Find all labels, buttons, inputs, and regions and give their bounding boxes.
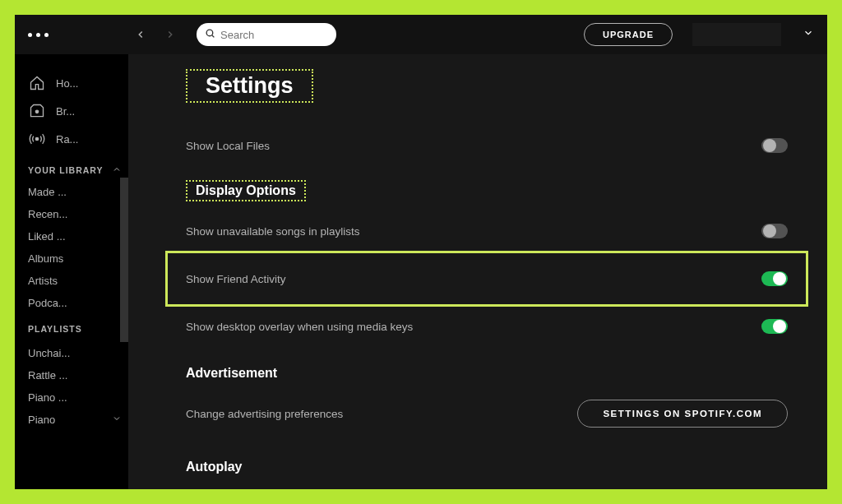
nav-label: Ho...: [56, 77, 78, 90]
nav-radio[interactable]: Ra...: [28, 125, 122, 153]
dot-icon: [28, 33, 32, 37]
spotify-com-settings-button[interactable]: SETTINGS ON SPOTIFY.COM: [577, 400, 788, 428]
settings-panel: Settings Show Local Files Display Option…: [128, 54, 827, 489]
toggle-local-files[interactable]: [761, 138, 788, 153]
svg-point-3: [35, 137, 38, 140]
dot-icon: [44, 33, 49, 37]
display-options-highlight: Display Options: [186, 180, 306, 201]
setting-friend-activity: Show Friend Activity: [186, 253, 788, 304]
section-autoplay: Autoplay: [186, 460, 788, 474]
main-scrollbar[interactable]: [818, 140, 827, 489]
section-display-options: Display Options: [196, 183, 296, 198]
chevron-up-icon[interactable]: [112, 164, 122, 178]
nav-back-button[interactable]: [131, 25, 150, 44]
dot-icon: [36, 33, 40, 37]
playlists-header: PLAYLISTS: [15, 314, 128, 339]
setting-desktop-overlay: Show desktop overlay when using media ke…: [186, 307, 788, 346]
library-header-label: YOUR LIBRARY: [28, 165, 104, 177]
upgrade-button[interactable]: UPGRADE: [584, 23, 673, 46]
toggle-friend-activity[interactable]: [761, 271, 788, 286]
settings-title-highlight: Settings: [186, 69, 313, 103]
app-body: Ho... Br... Ra... YOUR LIBRARY: [15, 54, 827, 489]
svg-point-0: [206, 30, 213, 36]
setting-unavailable-songs: Show unavailable songs in playlists: [186, 211, 788, 251]
setting-label: Show Friend Activity: [186, 273, 286, 285]
radio-icon: [28, 130, 46, 148]
setting-label: Show Local Files: [186, 140, 270, 152]
library-item[interactable]: Recen...: [15, 203, 128, 225]
svg-line-1: [212, 35, 214, 37]
browse-icon: [28, 102, 46, 120]
chevron-down-icon[interactable]: [803, 27, 814, 42]
setting-label: Change advertising preferences: [186, 408, 343, 420]
playlist-item[interactable]: Rattle ...: [15, 364, 128, 386]
topbar: UPGRADE: [15, 15, 827, 54]
friend-activity-highlight: Show Friend Activity: [165, 251, 808, 307]
spotify-app: UPGRADE Ho... Br...: [15, 15, 827, 489]
nav-label: Ra...: [56, 133, 78, 146]
library-item[interactable]: Albums: [15, 247, 128, 270]
svg-point-2: [35, 110, 38, 113]
chevron-down-icon[interactable]: [112, 414, 122, 426]
playlist-item[interactable]: Piano ...: [15, 386, 128, 409]
setting-ad-preferences: Change advertising preferences SETTINGS …: [186, 387, 788, 440]
page-title: Settings: [206, 73, 294, 99]
library-item[interactable]: Artists: [15, 270, 128, 292]
user-menu[interactable]: [692, 23, 781, 46]
sidebar: Ho... Br... Ra... YOUR LIBRARY: [15, 54, 128, 489]
setting-show-local-files: Show Local Files: [186, 126, 788, 165]
section-advertisement: Advertisement: [186, 366, 788, 381]
search-bar[interactable]: [197, 23, 336, 46]
nav-home[interactable]: Ho...: [28, 69, 122, 97]
search-input[interactable]: [220, 29, 359, 41]
library-item[interactable]: Liked ...: [15, 225, 128, 247]
setting-label: Show unavailable songs in playlists: [186, 225, 360, 238]
toggle-unavailable-songs[interactable]: [761, 224, 788, 238]
library-item[interactable]: Podca...: [15, 292, 128, 314]
nav-label: Br...: [56, 105, 75, 118]
library-item[interactable]: Made ...: [15, 181, 128, 203]
home-icon: [28, 74, 46, 92]
search-icon: [205, 27, 215, 42]
nav-forward-button[interactable]: [160, 25, 180, 44]
playlist-item[interactable]: Unchai...: [15, 342, 128, 364]
playlist-item[interactable]: Piano: [15, 409, 128, 431]
toggle-desktop-overlay[interactable]: [761, 319, 788, 334]
setting-label: Show desktop overlay when using media ke…: [186, 321, 413, 333]
window-controls[interactable]: [28, 33, 49, 37]
nav-browse[interactable]: Br...: [28, 97, 122, 125]
library-header: YOUR LIBRARY: [15, 164, 128, 178]
